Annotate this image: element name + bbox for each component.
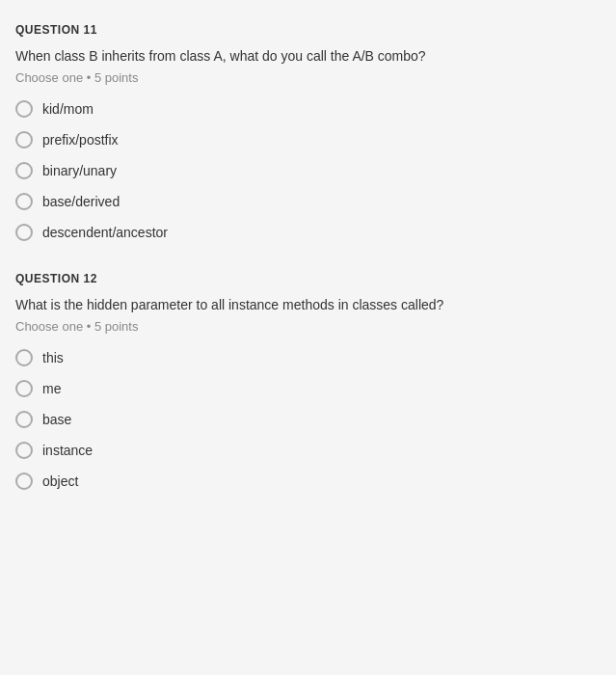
question-meta-11: Choose one • 5 points [15,70,601,85]
option-item-12-2[interactable]: base [15,411,601,428]
option-item-12-1[interactable]: me [15,380,601,397]
question-meta-12: Choose one • 5 points [15,319,601,334]
option-item-11-4[interactable]: descendent/ancestor [15,224,601,241]
radio-circle-12-3[interactable] [15,442,33,459]
option-item-12-0[interactable]: this [15,349,601,366]
question-number-12: QUESTION 12 [15,272,601,285]
options-list-12: thismebaseinstanceobject [15,349,601,490]
radio-circle-11-0[interactable] [15,100,33,118]
option-label-12-3: instance [42,443,93,458]
option-label-12-4: object [42,473,78,489]
question-text-11: When class B inherits from class A, what… [15,46,601,67]
question-11: QUESTION 11When class B inherits from cl… [15,23,601,241]
option-label-12-0: this [42,350,64,365]
option-label-11-1: prefix/postfix [42,132,119,148]
option-label-11-4: descendent/ancestor [42,225,168,240]
radio-circle-11-1[interactable] [15,131,33,148]
question-text-12: What is the hidden parameter to all inst… [15,295,601,315]
radio-circle-12-2[interactable] [15,411,33,428]
option-label-11-0: kid/mom [42,101,94,117]
radio-circle-11-2[interactable] [15,162,33,179]
options-list-11: kid/momprefix/postfixbinary/unarybase/de… [15,100,601,241]
radio-circle-12-0[interactable] [15,349,33,366]
option-item-11-0[interactable]: kid/mom [15,100,601,118]
radio-circle-12-4[interactable] [15,472,33,490]
option-label-12-1: me [42,381,61,396]
option-label-11-2: binary/unary [42,163,117,178]
radio-circle-11-4[interactable] [15,224,33,241]
option-item-12-3[interactable]: instance [15,442,601,459]
option-label-11-3: base/derived [42,194,120,209]
option-item-11-1[interactable]: prefix/postfix [15,131,601,148]
option-item-11-2[interactable]: binary/unary [15,162,601,179]
question-number-11: QUESTION 11 [15,23,601,37]
page-container: QUESTION 11When class B inherits from cl… [0,0,616,544]
option-item-12-4[interactable]: object [15,472,601,490]
question-12: QUESTION 12What is the hidden parameter … [15,272,601,490]
radio-circle-11-3[interactable] [15,193,33,210]
radio-circle-12-1[interactable] [15,380,33,397]
option-item-11-3[interactable]: base/derived [15,193,601,210]
option-label-12-2: base [42,412,71,427]
